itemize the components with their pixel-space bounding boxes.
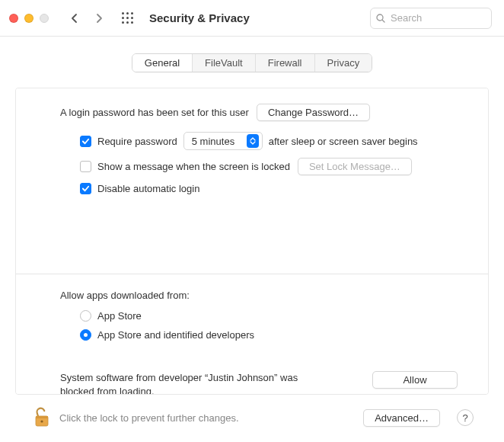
stepper-icon [247,134,259,148]
password-set-text: A login password has been set for this u… [60,107,249,118]
tab-general[interactable]: General [132,54,193,72]
svg-point-4 [40,420,43,422]
show-message-checkbox[interactable] [80,161,91,172]
password-delay-value: 5 minutes [192,136,234,147]
gatekeeper-section-label: Allow apps downloaded from: [60,290,458,301]
tab-filevault[interactable]: FileVault [193,54,256,72]
lock-text: Click the lock to prevent further change… [59,412,354,424]
blocked-software-text: System software from developer “Justin J… [60,371,334,395]
allow-button[interactable]: Allow [372,371,458,389]
tab-firewall[interactable]: Firewall [256,54,315,72]
svg-rect-3 [36,416,48,418]
delay-suffix-text: after sleep or screen saver begins [269,136,418,147]
checkmark-icon [81,137,90,146]
window-title: Security & Privacy [149,11,364,24]
help-button[interactable]: ? [457,409,474,426]
general-panel: A login password has been set for this u… [15,88,489,395]
show-message-label: Show a message when the screen is locked [97,161,290,172]
lock-icon[interactable] [33,407,50,428]
show-all-prefs-button[interactable] [119,10,136,27]
content-area: General FileVault Firewall Privacy A log… [0,37,504,442]
require-password-label: Require password [97,136,177,147]
radio-identified[interactable] [80,329,91,341]
radio-appstore[interactable] [80,310,91,322]
zoom-window-button [40,14,49,23]
checkmark-icon [81,184,90,193]
radio-identified-label: App Store and identified developers [97,329,254,341]
change-password-button[interactable]: Change Password… [257,104,370,121]
section-divider [16,274,488,274]
tab-privacy[interactable]: Privacy [315,54,372,72]
footer: Click the lock to prevent further change… [15,395,489,442]
close-window-button[interactable] [9,14,18,23]
window-controls [9,14,49,23]
set-lock-message-button: Set Lock Message… [298,158,412,175]
minimize-window-button[interactable] [24,14,33,23]
search-field-wrap[interactable] [370,8,492,29]
grid-icon [122,12,133,24]
disable-auto-login-label: Disable automatic login [97,183,199,194]
search-icon [376,14,385,23]
titlebar: Security & Privacy [0,0,504,37]
search-input[interactable] [370,8,492,29]
password-delay-popup[interactable]: 5 minutes [183,132,263,150]
advanced-button[interactable]: Advanced… [363,409,440,427]
radio-appstore-label: App Store [97,310,142,322]
disable-auto-login-checkbox[interactable] [80,183,91,194]
require-password-checkbox[interactable] [80,136,91,147]
back-button[interactable] [65,9,84,27]
tab-bar: General FileVault Firewall Privacy [132,53,372,72]
forward-button [90,9,108,27]
svg-line-1 [382,20,384,22]
